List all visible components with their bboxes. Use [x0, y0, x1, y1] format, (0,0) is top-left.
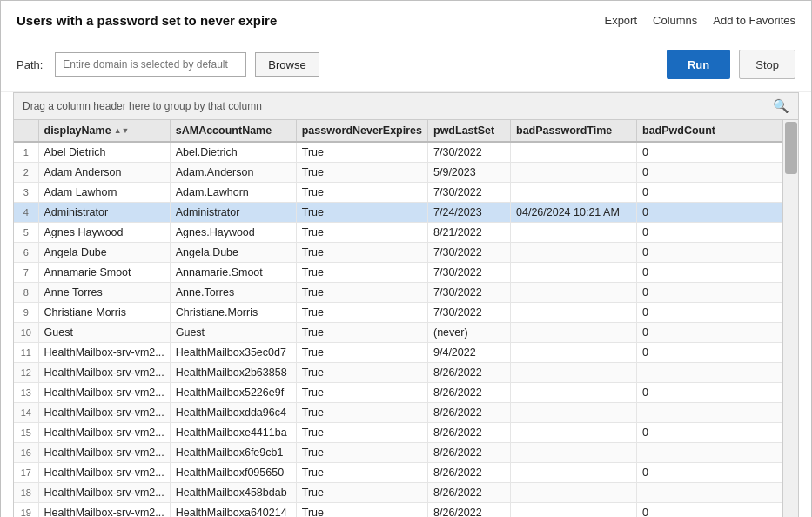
add-to-favorites-button[interactable]: Add to Favorites	[713, 14, 795, 27]
grid-search-bar: Drag a column header here to group by th…	[14, 93, 798, 120]
cell-extra	[721, 183, 782, 203]
col-header-pwdlastset[interactable]: pwdLastSet	[428, 120, 511, 142]
results-table: displayName ▲▼ sAMAccountName passwordNe…	[14, 120, 782, 517]
col-header-badpwdcount[interactable]: badPwdCount	[637, 120, 721, 142]
table-row[interactable]: 7Annamarie SmootAnnamarie.SmootTrue7/30/…	[14, 263, 782, 283]
path-label: Path:	[17, 58, 43, 71]
cell-extra	[721, 303, 782, 323]
cell-num: 15	[14, 423, 38, 443]
table-row[interactable]: 13HealthMailbox-srv-vm2...HealthMailbox5…	[14, 383, 782, 403]
cell-displayname: HealthMailbox-srv-vm2...	[38, 463, 170, 483]
cell-extra	[721, 223, 782, 243]
cell-badpwdcount	[637, 483, 721, 503]
cell-pwdlastset: 8/26/2022	[428, 423, 511, 443]
cell-passwordneverexpires: True	[296, 223, 427, 243]
cell-badpasswordtime	[511, 383, 637, 403]
grid-search-button[interactable]: 🔍	[773, 98, 789, 114]
cell-pwdlastset: 8/26/2022	[428, 463, 511, 483]
table-row[interactable]: 9Christiane MorrisChristiane.MorrisTrue7…	[14, 303, 782, 323]
title-actions: Export Columns Add to Favorites	[604, 14, 795, 27]
cell-passwordneverexpires: True	[296, 283, 427, 303]
table-row[interactable]: 3Adam LawhornAdam.LawhornTrue7/30/20220	[14, 183, 782, 203]
scrollbar[interactable]	[782, 120, 798, 517]
cell-extra	[721, 142, 782, 163]
cell-num: 6	[14, 243, 38, 263]
cell-pwdlastset: (never)	[428, 323, 511, 343]
cell-extra	[721, 363, 782, 383]
cell-passwordneverexpires: True	[296, 142, 427, 163]
col-header-passwordneverexpires[interactable]: passwordNeverExpires	[296, 120, 427, 142]
cell-displayname: HealthMailbox-srv-vm2...	[38, 363, 170, 383]
cell-pwdlastset: 8/26/2022	[428, 383, 511, 403]
table-row[interactable]: 4AdministratorAdministratorTrue7/24/2023…	[14, 203, 782, 223]
data-grid: Drag a column header here to group by th…	[13, 92, 799, 517]
cell-displayname: HealthMailbox-srv-vm2...	[38, 443, 170, 463]
table-row[interactable]: 12HealthMailbox-srv-vm2...HealthMailbox2…	[14, 363, 782, 383]
toolbar: Path: Browse Run Stop	[1, 37, 811, 92]
cell-badpasswordtime	[511, 263, 637, 283]
cell-badpwdcount	[637, 363, 721, 383]
cell-displayname: Abel Dietrich	[38, 142, 170, 163]
cell-samaccountname: HealthMailboxf095650	[170, 463, 296, 483]
table-row[interactable]: 6Angela DubeAngela.DubeTrue7/30/20220	[14, 243, 782, 263]
cell-badpwdcount: 0	[637, 503, 721, 518]
cell-badpwdcount	[637, 403, 721, 423]
cell-num: 1	[14, 142, 38, 163]
col-header-displayname[interactable]: displayName ▲▼	[38, 120, 170, 142]
cell-extra	[721, 443, 782, 463]
table-row[interactable]: 16HealthMailbox-srv-vm2...HealthMailbox6…	[14, 443, 782, 463]
cell-num: 18	[14, 483, 38, 503]
cell-badpasswordtime	[511, 443, 637, 463]
cell-passwordneverexpires: True	[296, 183, 427, 203]
cell-num: 9	[14, 303, 38, 323]
export-button[interactable]: Export	[604, 14, 637, 27]
cell-num: 4	[14, 203, 38, 223]
cell-displayname: Administrator	[38, 203, 170, 223]
stop-button[interactable]: Stop	[739, 50, 795, 79]
cell-extra	[721, 263, 782, 283]
scrollbar-thumb[interactable]	[785, 122, 797, 174]
browse-button[interactable]: Browse	[255, 52, 319, 77]
table-row[interactable]: 5Agnes HaywoodAgnes.HaywoodTrue8/21/2022…	[14, 223, 782, 243]
table-row[interactable]: 2Adam AndersonAdam.AndersonTrue5/9/20230	[14, 163, 782, 183]
cell-extra	[721, 483, 782, 503]
cell-num: 16	[14, 443, 38, 463]
cell-displayname: Adam Anderson	[38, 163, 170, 183]
cell-badpasswordtime	[511, 223, 637, 243]
cell-passwordneverexpires: True	[296, 383, 427, 403]
cell-badpwdcount: 0	[637, 163, 721, 183]
cell-samaccountname: Agnes.Haywood	[170, 223, 296, 243]
cell-displayname: Adam Lawhorn	[38, 183, 170, 203]
table-row[interactable]: 17HealthMailbox-srv-vm2...HealthMailboxf…	[14, 463, 782, 483]
cell-extra	[721, 163, 782, 183]
cell-extra	[721, 323, 782, 343]
table-row[interactable]: 10GuestGuestTrue(never)0	[14, 323, 782, 343]
table-row[interactable]: 14HealthMailbox-srv-vm2...HealthMailboxd…	[14, 403, 782, 423]
col-header-badpasswordtime[interactable]: badPasswordTime	[511, 120, 637, 142]
cell-displayname: HealthMailbox-srv-vm2...	[38, 503, 170, 518]
cell-passwordneverexpires: True	[296, 243, 427, 263]
col-header-samaccountname[interactable]: sAMAccountName	[170, 120, 296, 142]
table-row[interactable]: 11HealthMailbox-srv-vm2...HealthMailbox3…	[14, 343, 782, 363]
cell-pwdlastset: 8/26/2022	[428, 443, 511, 463]
cell-passwordneverexpires: True	[296, 163, 427, 183]
cell-displayname: HealthMailbox-srv-vm2...	[38, 423, 170, 443]
columns-button[interactable]: Columns	[653, 14, 697, 27]
cell-samaccountname: Adam.Lawhorn	[170, 183, 296, 203]
cell-badpasswordtime: 04/26/2024 10:21 AM	[511, 203, 637, 223]
cell-badpwdcount: 0	[637, 203, 721, 223]
path-input[interactable]	[55, 52, 246, 77]
table-row[interactable]: 18HealthMailbox-srv-vm2...HealthMailbox4…	[14, 483, 782, 503]
table-row[interactable]: 1Abel DietrichAbel.DietrichTrue7/30/2022…	[14, 142, 782, 163]
cell-passwordneverexpires: True	[296, 363, 427, 383]
table-header-row: displayName ▲▼ sAMAccountName passwordNe…	[14, 120, 782, 142]
table-row[interactable]: 8Anne TorresAnne.TorresTrue7/30/20220	[14, 283, 782, 303]
table-row[interactable]: 15HealthMailbox-srv-vm2...HealthMailboxe…	[14, 423, 782, 443]
page-title: Users with a password set to never expir…	[17, 13, 277, 28]
cell-num: 5	[14, 223, 38, 243]
table-row[interactable]: 19HealthMailbox-srv-vm2...HealthMailboxa…	[14, 503, 782, 518]
cell-badpwdcount: 0	[637, 243, 721, 263]
cell-passwordneverexpires: True	[296, 263, 427, 283]
run-button[interactable]: Run	[667, 50, 730, 79]
cell-samaccountname: Administrator	[170, 203, 296, 223]
